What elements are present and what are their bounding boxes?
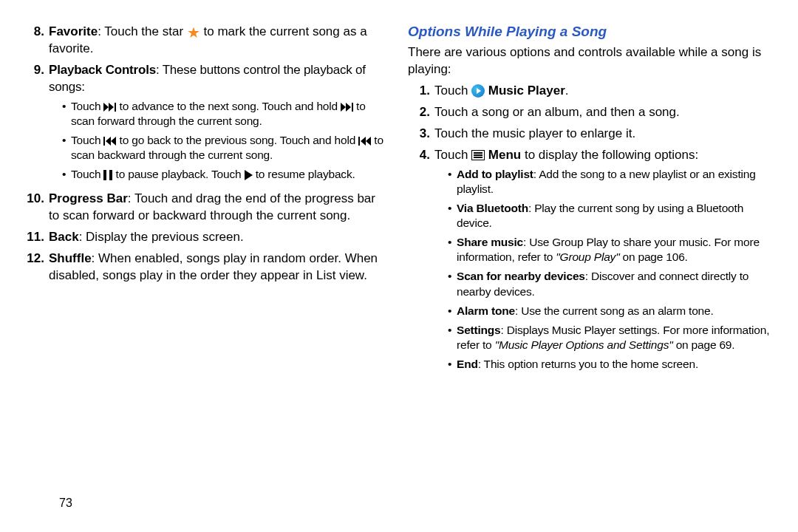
item-back: 11. Back: Display the previous screen. [22, 229, 384, 246]
item-label: Favorite [49, 24, 98, 38]
prev-track-icon [103, 137, 116, 146]
next-track-icon [103, 103, 116, 112]
steps-list: 1. Touch Music Player. 2. Touch a song o… [408, 83, 770, 376]
next-track-icon [341, 103, 353, 112]
step-3: 3. Touch the music player to enlarge it. [408, 126, 770, 143]
item-number: 10. [22, 191, 49, 225]
opt-end: End: This option returns you to the home… [448, 357, 770, 372]
sub-pause-play: Touch to pause playback. Touch to resume… [62, 167, 384, 182]
item-number: 9. [22, 62, 49, 187]
item-progress-bar: 10. Progress Bar: Touch and drag the end… [22, 191, 384, 225]
item-label: Shuffle [49, 251, 92, 265]
step-1: 1. Touch Music Player. [408, 83, 770, 100]
pause-icon [103, 170, 112, 180]
item-favorite: 8. Favorite: Touch the star ★ to mark th… [22, 24, 384, 58]
music-player-icon [471, 84, 485, 98]
step-4: 4. Touch Menu to display the following o… [408, 147, 770, 377]
prev-track-icon [358, 137, 371, 146]
opt-scan-nearby: Scan for nearby devices: Discover and co… [448, 269, 770, 299]
left-column: 8. Favorite: Touch the star ★ to mark th… [22, 24, 384, 381]
item-label: Playback Controls [49, 63, 156, 77]
item-label: Progress Bar [49, 191, 128, 205]
manual-page: 8. Favorite: Touch the star ★ to mark th… [0, 0, 798, 381]
section-intro: There are various options and controls a… [408, 44, 770, 78]
page-number: 73 [59, 497, 72, 510]
right-column: Options While Playing a Song There are v… [408, 24, 770, 381]
opt-settings: Settings: Displays Music Player settings… [448, 323, 770, 352]
step-2: 2. Touch a song or an album, and then a … [408, 104, 770, 121]
section-heading: Options While Playing a Song [408, 24, 770, 40]
item-shuffle: 12. Shuffle: When enabled, songs play in… [22, 250, 384, 284]
item-number: 8. [22, 24, 49, 58]
item-number: 12. [22, 250, 49, 284]
feature-list: 8. Favorite: Touch the star ★ to mark th… [22, 24, 384, 284]
item-label: Back [49, 230, 79, 244]
item-number: 11. [22, 229, 49, 246]
sub-prev: Touch to go back to the previous song. T… [62, 133, 384, 163]
opt-share-music: Share music: Use Group Play to share you… [448, 235, 770, 265]
playback-sublist: Touch to advance to the next song. Touch… [49, 99, 384, 183]
play-icon [245, 170, 253, 180]
menu-icon [471, 150, 485, 160]
opt-add-playlist: Add to playlist: Add the song to a new p… [448, 167, 770, 197]
opt-via-bluetooth: Via Bluetooth: Play the current song by … [448, 201, 770, 231]
menu-options-list: Add to playlist: Add the song to a new p… [434, 167, 770, 372]
opt-alarm-tone: Alarm tone: Use the current song as an a… [448, 304, 770, 318]
item-playback-controls: 9. Playback Controls: These buttons cont… [22, 62, 384, 187]
sub-next: Touch to advance to the next song. Touch… [62, 99, 384, 129]
